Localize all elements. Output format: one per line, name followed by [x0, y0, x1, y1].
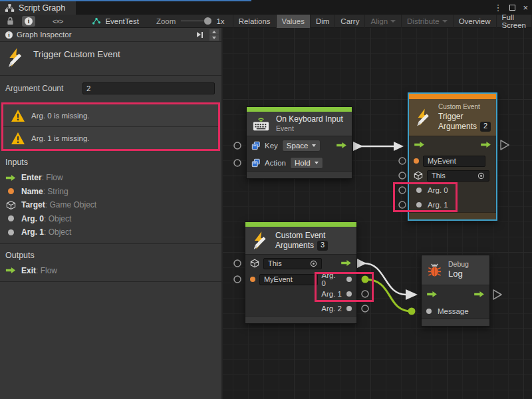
values-button[interactable]: Values [276, 15, 310, 28]
object-port-icon[interactable] [346, 306, 352, 311]
dock-panel-button[interactable] [197, 32, 203, 38]
key-dropdown[interactable]: Space [282, 140, 321, 152]
flow-input-port[interactable] [426, 291, 438, 299]
tab-label: Script Graph [19, 3, 65, 13]
flow-arrow-icon [414, 141, 425, 148]
chevron-down-icon [390, 20, 396, 23]
argument-count-label: Argument Count [5, 84, 77, 93]
align-dropdown[interactable]: Align [364, 15, 401, 28]
node-debug-log[interactable]: Debug Log Message [421, 255, 490, 327]
target-field[interactable]: This [427, 170, 489, 182]
custom-event-icon [251, 231, 269, 251]
breadcrumb[interactable]: EventTest [92, 17, 139, 25]
flow-input-port[interactable] [414, 141, 425, 150]
divider [0, 281, 221, 282]
overview-button[interactable]: Overview [453, 15, 496, 28]
lock-button[interactable] [4, 16, 17, 27]
string-port-icon[interactable] [414, 158, 419, 164]
argument-count-input[interactable] [82, 82, 215, 94]
title-bar: Script Graph ⋮ × [0, 0, 532, 15]
spin-down-button[interactable] [209, 35, 219, 41]
node-title: On Keyboard Input [276, 114, 343, 124]
fullscreen-button[interactable]: Full Screen [496, 15, 532, 28]
graph-inspector-panel: i Graph Inspector Trigger Custom Event A… [0, 28, 223, 399]
action-row: Action Hold [247, 155, 352, 171]
info-icon: i [5, 31, 13, 39]
event-name-field[interactable]: MyEvent [259, 274, 318, 285]
node-on-keyboard-input[interactable]: On Keyboard Input Event Key Space [246, 106, 352, 179]
flow-row [409, 136, 496, 154]
distribute-dropdown[interactable]: Distribute [401, 15, 453, 28]
flow-output-port[interactable] [340, 259, 352, 268]
wire-keyboard-to-trigger [353, 142, 404, 151]
object-port-icon[interactable] [426, 309, 432, 314]
keyboard-icon [252, 116, 270, 132]
annotation-box-trigger-args [393, 182, 458, 212]
inspector-header: i Graph Inspector [0, 28, 221, 42]
node-title: Log [448, 269, 469, 279]
flow-output-port[interactable] [473, 291, 485, 299]
zoom-slider[interactable] [181, 21, 207, 21]
string-port-icon[interactable] [250, 277, 255, 282]
unity-visual-scripting-window: Script Graph ⋮ × i <×> EventTest [0, 0, 532, 399]
action-label: Action [265, 159, 286, 167]
window-menu-icon[interactable]: ⋮ [493, 3, 502, 12]
argument-count-badge: 3 [317, 241, 328, 251]
inspected-node-title-block: Trigger Custom Event [0, 42, 221, 76]
annotation-box-event-args [315, 272, 374, 302]
code-view-button[interactable]: <×> [50, 16, 65, 27]
object-picker-icon[interactable] [310, 260, 317, 267]
arg-label: Arg. 2 [321, 305, 342, 313]
cube-icon[interactable] [250, 259, 259, 268]
node-category: Debug [448, 260, 469, 269]
inspector-title: Graph Inspector [17, 31, 71, 39]
bug-icon [427, 262, 442, 278]
port-row-name: NameString [0, 185, 221, 199]
action-dropdown[interactable]: Hold [290, 157, 323, 169]
zoom-label: Zoom [156, 17, 176, 25]
zoom-slider-handle[interactable] [204, 17, 211, 25]
event-node-colorbar [245, 222, 356, 227]
code-icon: <×> [53, 17, 63, 25]
dim-button[interactable]: Dim [310, 15, 334, 28]
key-label: Key [265, 142, 278, 150]
close-icon[interactable]: × [523, 3, 528, 12]
warning-row: Arg. 0 is missing. [3, 104, 218, 126]
port-row-exit: ExitFlow [0, 264, 221, 278]
custom-event-icon [414, 108, 432, 128]
object-port-icon [8, 215, 14, 221]
arguments-label: Arguments [438, 122, 477, 132]
target-field[interactable]: This [263, 258, 322, 269]
object-port-icon [8, 229, 14, 235]
flow-row [422, 285, 489, 304]
info-icon: i [25, 17, 33, 25]
relations-button[interactable]: Relations [233, 15, 276, 28]
flow-output-port[interactable] [336, 142, 347, 150]
node-header: Custom Event Trigger Arguments 2 [409, 99, 496, 136]
carry-button[interactable]: Carry [334, 15, 364, 28]
key-row: Key Space [247, 136, 352, 155]
target-row: This [245, 255, 356, 272]
node-header: On Keyboard Input Event [247, 112, 352, 136]
event-name-field[interactable]: MyEvent [423, 156, 485, 167]
inspector-toggle-button[interactable]: i [22, 16, 35, 27]
cube-icon[interactable] [414, 171, 423, 180]
flow-arrow-icon [426, 291, 438, 298]
chevron-down-icon [312, 144, 316, 147]
script-graph-icon [5, 3, 15, 13]
breadcrumb-label: EventTest [105, 17, 139, 25]
spin-up-button[interactable] [209, 29, 219, 35]
tab-script-graph[interactable]: Script Graph [0, 1, 76, 15]
graph-canvas[interactable]: On Keyboard Input Event Key Space [223, 28, 532, 399]
argument-count-row: Argument Count [0, 76, 221, 94]
object-picker-icon[interactable] [477, 172, 485, 180]
maximize-icon[interactable] [509, 5, 515, 11]
message-row: Message [422, 304, 489, 319]
node-subtitle: Event [276, 124, 343, 133]
trigger-node-colorbar [409, 94, 496, 99]
lock-icon [7, 17, 14, 25]
node-header: Debug Log [422, 255, 489, 285]
flow-arrow-icon [5, 174, 16, 182]
node-title: Custom Event [275, 231, 328, 241]
flow-output-port[interactable] [480, 141, 491, 150]
